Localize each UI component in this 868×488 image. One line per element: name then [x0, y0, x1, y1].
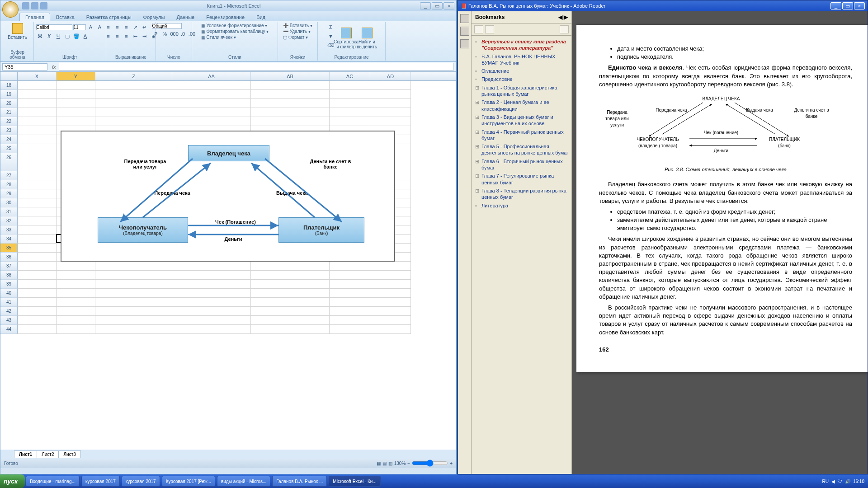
italic-button[interactable]: К [45, 32, 53, 40]
indent-dec-icon[interactable]: ⇤ [132, 32, 140, 40]
taskbar-item[interactable]: виды акций - Micros... [217, 476, 270, 487]
cell[interactable] [95, 262, 172, 271]
cell[interactable] [370, 316, 411, 325]
bookmark-item[interactable]: Глава 8 - Тенденции развития рынка ценны… [473, 187, 570, 202]
fill-color-button[interactable]: 🪣 [72, 32, 80, 40]
paste-button[interactable]: Вставить [8, 23, 27, 40]
cell[interactable] [95, 108, 172, 117]
pages-icon[interactable] [460, 14, 469, 23]
row-header[interactable]: 44 [0, 325, 18, 334]
taskbar-item[interactable]: курсовая 2017 [122, 476, 160, 487]
save-icon[interactable] [22, 2, 29, 9]
align-center-icon[interactable]: ≡ [113, 32, 122, 40]
cell[interactable] [57, 307, 95, 316]
cell[interactable] [18, 244, 57, 253]
start-button[interactable]: пуск [0, 474, 25, 488]
cell[interactable] [18, 81, 57, 90]
cell[interactable] [370, 90, 411, 99]
bookmarks-icon[interactable] [460, 27, 469, 36]
indent-inc-icon[interactable]: ⇥ [141, 32, 149, 40]
cell[interactable] [18, 225, 57, 235]
column-header[interactable]: X [18, 72, 57, 80]
cell[interactable] [370, 99, 411, 108]
cell[interactable] [95, 307, 172, 316]
underline-button[interactable]: Ч [54, 32, 62, 40]
cell[interactable] [172, 262, 251, 271]
number-format-select[interactable] [152, 23, 182, 29]
cell[interactable] [172, 325, 251, 334]
orientation-icon[interactable]: ↗ [132, 23, 140, 31]
ribbon-tab-2[interactable]: Разметка страницы [80, 13, 137, 21]
row-header[interactable]: 27 [0, 171, 18, 180]
cell[interactable] [251, 99, 330, 108]
cell[interactable] [172, 316, 251, 325]
cell[interactable] [18, 235, 57, 244]
zoom-value[interactable]: 130% [394, 461, 406, 466]
cell[interactable] [18, 189, 57, 198]
cell[interactable] [251, 117, 330, 126]
cell[interactable] [18, 271, 57, 280]
close-button[interactable]: × [854, 2, 865, 9]
cell[interactable] [95, 271, 172, 280]
row-header[interactable]: 32 [0, 216, 18, 225]
delete-cells-button[interactable]: ➖ Удалить ▾ [283, 29, 312, 34]
sheet-tab[interactable]: Лист3 [58, 450, 80, 458]
find-select-button[interactable]: Найти и выделить [358, 23, 377, 54]
cell[interactable] [370, 325, 411, 334]
zoom-slider[interactable] [412, 460, 448, 467]
view-normal-icon[interactable]: ▦ [377, 461, 381, 466]
cell[interactable] [57, 108, 95, 117]
font-size-input[interactable] [73, 24, 86, 30]
row-header[interactable]: 26 [0, 153, 18, 171]
column-header[interactable]: Y [57, 72, 95, 80]
cell[interactable] [18, 207, 57, 216]
shrink-font-icon[interactable]: A [96, 23, 104, 31]
bookmark-item[interactable]: Предисловие [473, 75, 570, 83]
cell[interactable] [370, 108, 411, 117]
cell[interactable] [330, 262, 370, 271]
align-right-icon[interactable]: ≡ [123, 32, 131, 40]
cell[interactable] [172, 81, 251, 90]
diagram-payer-box[interactable]: Плательщик(Банк) [278, 217, 364, 243]
cell[interactable] [370, 262, 411, 271]
column-header[interactable]: AC [330, 72, 370, 80]
attachments-icon[interactable] [460, 39, 469, 48]
zoom-out-button[interactable]: − [407, 461, 410, 466]
cell[interactable] [330, 108, 370, 117]
sheet-tab[interactable]: Лист2 [37, 450, 59, 458]
taskbar-item[interactable]: Microsoft Excel - Кн... [329, 476, 380, 487]
cell[interactable] [172, 90, 251, 99]
row-header[interactable]: 18 [0, 81, 18, 90]
row-header[interactable]: 19 [0, 90, 18, 99]
cell[interactable] [95, 298, 172, 307]
cell[interactable] [57, 289, 95, 298]
ribbon-tab-4[interactable]: Данные [170, 13, 200, 21]
view-layout-icon[interactable]: ▤ [382, 461, 387, 466]
row-header[interactable]: 39 [0, 280, 18, 289]
row-header[interactable]: 34 [0, 235, 18, 244]
cell[interactable] [57, 262, 95, 271]
pdf-viewport[interactable]: дата и место составления чека;подпись че… [572, 11, 868, 474]
cell[interactable] [251, 289, 330, 298]
cell[interactable] [95, 99, 172, 108]
panel-controls[interactable]: ◀ ▶ [558, 14, 568, 20]
column-header[interactable]: AA [172, 72, 251, 80]
cell[interactable] [251, 325, 330, 334]
cell[interactable] [18, 171, 57, 180]
taskbar-item[interactable]: Галанов В.А. Рынок ... [272, 476, 327, 487]
row-header[interactable]: 22 [0, 117, 18, 126]
cell[interactable] [370, 307, 411, 316]
cell[interactable] [18, 135, 57, 144]
cell[interactable] [57, 81, 95, 90]
row-header[interactable]: 33 [0, 225, 18, 235]
cell[interactable] [172, 289, 251, 298]
cell[interactable] [95, 117, 172, 126]
sort-filter-button[interactable]: Сортировка и фильтр [337, 23, 356, 54]
comma-icon[interactable]: 000 [170, 30, 178, 38]
row-header[interactable]: 35 [0, 244, 18, 253]
formula-bar[interactable] [59, 63, 453, 71]
minimize-button[interactable]: _ [420, 2, 431, 9]
cell[interactable] [330, 325, 370, 334]
cell[interactable] [172, 108, 251, 117]
cell[interactable] [95, 325, 172, 334]
